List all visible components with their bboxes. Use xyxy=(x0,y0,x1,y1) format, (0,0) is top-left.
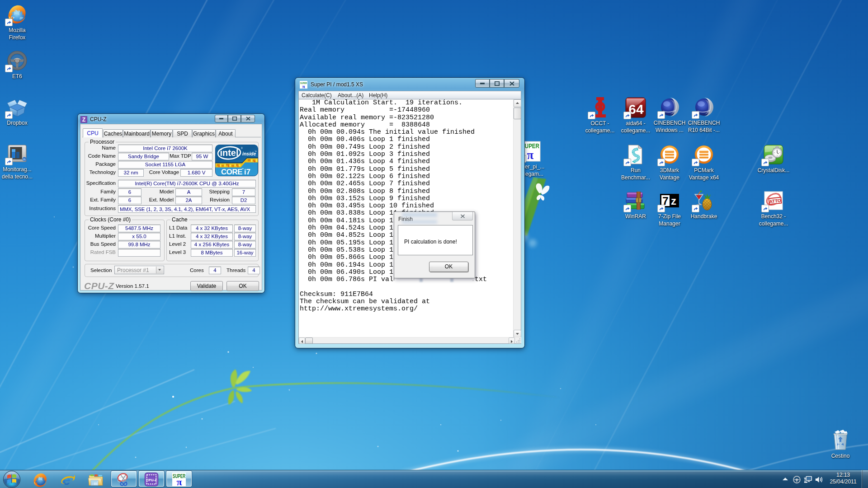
svg-text:π: π xyxy=(176,476,182,487)
svg-text:™: ™ xyxy=(241,168,244,170)
svg-text:π: π xyxy=(302,84,305,89)
svg-text:in: in xyxy=(23,158,25,161)
svg-text:CPU-Z: CPU-Z xyxy=(146,478,157,482)
svg-text:Z: Z xyxy=(82,117,85,123)
svg-text:π: π xyxy=(527,148,534,162)
svg-text:intel: intel xyxy=(220,148,238,158)
svg-text:CORE: CORE xyxy=(221,168,242,176)
svg-text:i7: i7 xyxy=(244,168,250,176)
svg-text:inside: inside xyxy=(242,151,256,156)
svg-text:z: z xyxy=(671,195,676,207)
svg-text:®: ® xyxy=(241,147,243,150)
svg-text:™: ™ xyxy=(255,150,257,153)
